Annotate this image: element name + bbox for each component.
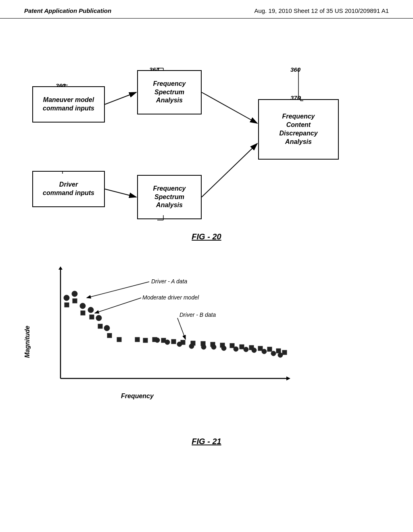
freq-spectrum-top-box: FrequencySpectrumAnalysis bbox=[137, 70, 202, 114]
svg-rect-49 bbox=[161, 338, 166, 343]
header-left-text: Patent Application Publication bbox=[24, 7, 111, 14]
svg-rect-51 bbox=[181, 340, 185, 345]
svg-rect-50 bbox=[171, 339, 176, 344]
svg-rect-57 bbox=[240, 345, 244, 349]
discrepancy-label: FrequencyContentDiscrepancyAnalysis bbox=[279, 112, 317, 146]
fig21-section: Magnitude bbox=[0, 258, 413, 431]
svg-line-63 bbox=[87, 282, 149, 298]
svg-point-23 bbox=[88, 307, 94, 313]
svg-rect-41 bbox=[81, 311, 85, 315]
svg-rect-39 bbox=[65, 303, 69, 307]
svg-line-1 bbox=[105, 92, 136, 104]
svg-point-20 bbox=[64, 295, 69, 301]
svg-marker-19 bbox=[286, 376, 290, 380]
discrepancy-box: FrequencyContentDiscrepancyAnalysis bbox=[258, 99, 339, 160]
svg-point-22 bbox=[80, 303, 86, 309]
page-header: Patent Application Publication Aug. 19, … bbox=[0, 0, 413, 19]
svg-rect-47 bbox=[143, 338, 148, 343]
header-right-text: Aug. 19, 2010 Sheet 12 of 35 US 2010/209… bbox=[254, 7, 389, 14]
svg-point-24 bbox=[96, 315, 102, 321]
svg-rect-60 bbox=[267, 347, 272, 351]
svg-rect-42 bbox=[90, 315, 94, 319]
svg-point-25 bbox=[104, 325, 110, 331]
svg-rect-62 bbox=[282, 350, 287, 355]
freq-spectrum-top-label: FrequencySpectrumAnalysis bbox=[153, 80, 186, 105]
svg-point-21 bbox=[72, 291, 77, 297]
diagram-arrows bbox=[0, 23, 413, 248]
svg-rect-59 bbox=[258, 346, 263, 351]
svg-text:Driver - B data: Driver - B data bbox=[179, 312, 216, 318]
svg-rect-58 bbox=[249, 345, 254, 350]
svg-rect-56 bbox=[230, 343, 234, 348]
freq-spectrum-bottom-label: FrequencySpectrumAnalysis bbox=[153, 185, 186, 210]
fig20-diagram: 362 364 366 368 360 370 Maneuver modelco… bbox=[0, 23, 413, 248]
freq-spectrum-bottom-box: FrequencySpectrumAnalysis bbox=[137, 175, 202, 219]
svg-rect-46 bbox=[135, 337, 140, 342]
svg-rect-48 bbox=[152, 337, 157, 342]
callout-360: 360 bbox=[290, 66, 300, 73]
svg-rect-61 bbox=[276, 349, 281, 353]
svg-line-68 bbox=[177, 318, 186, 339]
svg-text:Moderate driver model: Moderate driver model bbox=[142, 294, 199, 301]
driver-label: Drivercommand inputs bbox=[43, 181, 94, 197]
svg-rect-54 bbox=[211, 342, 215, 347]
svg-marker-17 bbox=[58, 266, 63, 270]
svg-rect-43 bbox=[98, 324, 102, 328]
maneuver-label: Maneuver modelcommand inputs bbox=[43, 96, 94, 113]
svg-point-34 bbox=[244, 347, 248, 352]
svg-rect-40 bbox=[73, 299, 77, 303]
svg-rect-53 bbox=[201, 341, 205, 346]
svg-line-4 bbox=[202, 143, 257, 197]
svg-rect-45 bbox=[117, 337, 121, 342]
svg-line-66 bbox=[95, 298, 141, 313]
fig21-caption: FIG - 21 bbox=[0, 437, 413, 446]
svg-line-2 bbox=[105, 189, 136, 197]
svg-rect-55 bbox=[220, 343, 225, 347]
svg-point-38 bbox=[278, 353, 283, 357]
svg-rect-52 bbox=[191, 341, 195, 345]
maneuver-box: Maneuver modelcommand inputs bbox=[32, 86, 105, 123]
svg-point-37 bbox=[271, 351, 276, 356]
driver-box: Drivercommand inputs bbox=[32, 171, 105, 207]
fig21-chart: Driver - A data Moderate driver model Dr… bbox=[28, 266, 331, 391]
svg-text:Driver - A data: Driver - A data bbox=[151, 278, 187, 285]
svg-rect-44 bbox=[107, 333, 112, 338]
svg-line-3 bbox=[202, 92, 257, 123]
x-axis-label: Frequency bbox=[121, 393, 154, 400]
